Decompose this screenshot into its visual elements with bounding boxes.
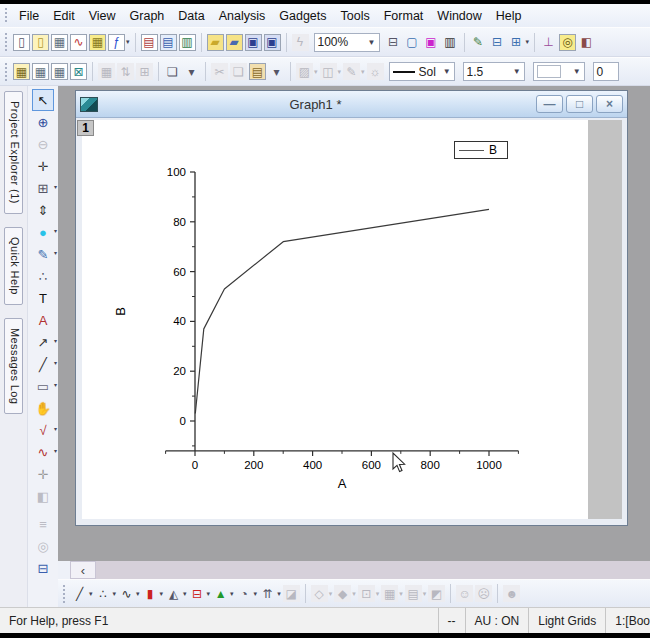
insert-graph-dropdown-icon[interactable]: ▾	[54, 447, 57, 454]
chevron-down-icon[interactable]: ▼	[509, 67, 521, 76]
save-template-icon[interactable]: ▣	[264, 34, 281, 51]
column-plot-icon[interactable]: ▮▾	[142, 585, 164, 602]
formula-tool-dropdown-icon[interactable]: ▾	[54, 425, 57, 432]
toolbar-grip[interactable]	[62, 584, 67, 603]
heatmap-plot-icon[interactable]: ▤▾	[405, 585, 427, 602]
text-tool-icon[interactable]: T	[32, 287, 54, 309]
multi-curve-plot-dropdown-icon[interactable]: ▾	[230, 590, 234, 598]
chevron-down-icon[interactable]: ▼	[364, 38, 376, 47]
scroll-left-button[interactable]: ‹	[70, 561, 96, 579]
menu-view[interactable]: View	[82, 6, 123, 26]
rectangle-tool-icon[interactable]: ▭▾	[32, 375, 54, 397]
tab-messages-log[interactable]: Messages Log	[4, 318, 23, 414]
3d-wireframe-dropdown-icon[interactable]: ▾	[376, 590, 380, 598]
arrow-tool-dropdown-icon[interactable]: ▾	[54, 337, 57, 344]
rectangle-tool-dropdown-icon[interactable]: ▾	[54, 381, 57, 388]
pattern-dropdown-icon[interactable]: ▾	[338, 68, 342, 76]
spiral-icon[interactable]: ◎	[32, 535, 54, 557]
copy-icon[interactable]: ❏	[230, 63, 247, 80]
menu-file[interactable]: File	[12, 6, 46, 26]
formula-tool-icon[interactable]: √▾	[32, 419, 54, 441]
tab-quick-help[interactable]: Quick Help	[4, 227, 23, 305]
menu-format[interactable]: Format	[377, 6, 431, 26]
graph-window-icon[interactable]	[80, 97, 98, 112]
graph-page[interactable]: 02004006008001000020406080100AB B	[82, 120, 588, 519]
area-plot-icon[interactable]: ◭▾	[165, 585, 187, 602]
line-tool-icon[interactable]: ╱▾	[32, 353, 54, 375]
pointer-tool-icon[interactable]: ↖	[32, 89, 54, 111]
vector-plot-icon[interactable]: ⇈▾	[259, 585, 281, 602]
status-active-book[interactable]: 1:[Boo	[605, 608, 650, 633]
contour-plot-icon[interactable]: ▦▾	[381, 585, 403, 602]
toolbar-overflow-icon[interactable]: ▾	[183, 63, 200, 80]
screen-reader-icon[interactable]: ✛	[32, 155, 54, 177]
slideshow-icon[interactable]: ▢	[404, 34, 421, 51]
zoom-combo[interactable]: 100% ▼	[314, 33, 380, 52]
paste-icon[interactable]: ▤	[249, 63, 266, 80]
sort-icon[interactable]: ⇅	[117, 63, 134, 80]
draw-data-icon[interactable]: ✎▾	[32, 243, 54, 265]
rotate-3d-icon[interactable]: ◧	[32, 485, 54, 507]
import-wizard-icon[interactable]: ▦	[13, 63, 30, 80]
graph-window-titlebar[interactable]: Graph1 * — □ ×	[76, 91, 627, 118]
3d-scatter-dropdown-icon[interactable]: ▾	[329, 590, 333, 598]
polar-plot-dropdown-icon[interactable]: ▾	[254, 590, 258, 598]
mask-tool-icon[interactable]: ●▾	[32, 221, 54, 243]
scatter-plot-icon[interactable]: ∴▾	[95, 585, 117, 602]
3d-wireframe-icon[interactable]: ⊡▾	[358, 585, 380, 602]
menu-tools[interactable]: Tools	[334, 6, 377, 26]
line-color-icon[interactable]: ✎▾	[343, 63, 365, 80]
insert-graph-icon[interactable]: ∿▾	[32, 441, 54, 463]
split-workspace-icon[interactable]: ⊟	[489, 34, 506, 51]
mask-points-icon[interactable]: ☺	[456, 585, 473, 602]
pan-tool-icon[interactable]: ✋	[32, 397, 54, 419]
reimport-icon[interactable]: ⊠	[70, 63, 87, 80]
data-selector-icon[interactable]: ⇕	[32, 199, 54, 221]
cluster-tool-icon[interactable]: ∴	[32, 265, 54, 287]
border-width-combo[interactable]: 0	[593, 62, 619, 81]
menu-help[interactable]: Help	[489, 6, 529, 26]
template-3d-icon[interactable]: ◪	[283, 585, 300, 602]
film-strip-icon[interactable]: ▥	[442, 34, 459, 51]
pan-axes-icon[interactable]: ✛	[32, 463, 54, 485]
multi-curve-plot-icon[interactable]: ▲▾	[212, 585, 234, 602]
script-runner-icon[interactable]: ϟ	[292, 34, 309, 51]
menu-gadgets[interactable]: Gadgets	[272, 6, 333, 26]
polar-plot-icon[interactable]: ◔▾	[236, 585, 258, 602]
status-theme[interactable]: Light Grids	[528, 608, 605, 633]
toolbar-overflow-icon[interactable]: ▾	[268, 63, 285, 80]
line-color-dropdown-icon[interactable]: ▾	[361, 68, 365, 76]
open-template-icon[interactable]: ▰	[226, 34, 243, 51]
new-graph-icon[interactable]: ∿	[70, 34, 87, 51]
new-sheet-icon[interactable]: ▦	[98, 63, 115, 80]
import-multiple-ascii-icon[interactable]: ▦	[51, 63, 68, 80]
mask-color-icon[interactable]: ☻	[503, 585, 520, 602]
arrange-windows-icon[interactable]: ⊞▾	[508, 34, 530, 51]
draw-data-dropdown-icon[interactable]: ▾	[54, 249, 57, 256]
video-capture-icon[interactable]: ▣	[423, 34, 440, 51]
import-ascii-icon[interactable]: ▦	[32, 63, 49, 80]
regional-zoom-icon[interactable]: ⊞▾	[32, 177, 54, 199]
area-plot-dropdown-icon[interactable]: ▾	[183, 590, 187, 598]
screen-capture-icon[interactable]: ◧	[578, 34, 595, 51]
legend-box[interactable]: B	[454, 141, 508, 159]
vector-plot-dropdown-icon[interactable]: ▾	[277, 590, 281, 598]
3d-surface-dropdown-icon[interactable]: ▾	[352, 590, 356, 598]
layer-contents-icon[interactable]: ⊟	[32, 557, 54, 579]
zoom-in-tool-icon[interactable]: ⊕	[32, 111, 54, 133]
line-tool-dropdown-icon[interactable]: ▾	[54, 359, 57, 366]
column-plot-dropdown-icon[interactable]: ▾	[160, 590, 164, 598]
new-folder-icon[interactable]: ▯	[32, 34, 49, 51]
new-excel-icon[interactable]: ▥	[179, 34, 196, 51]
line-plot-icon[interactable]: ╱▾	[71, 585, 93, 602]
unmask-points-icon[interactable]: ☹	[475, 585, 492, 602]
new-matrix-icon[interactable]: ▦	[89, 34, 106, 51]
scrollbar-track[interactable]	[96, 561, 650, 579]
menu-window[interactable]: Window	[430, 6, 488, 26]
annotation-tool-icon[interactable]: A	[32, 309, 54, 331]
regional-zoom-dropdown-icon[interactable]: ▾	[54, 183, 57, 190]
new-layout-icon[interactable]: ▤	[141, 34, 158, 51]
heatmap-plot-dropdown-icon[interactable]: ▾	[423, 590, 427, 598]
cut-icon[interactable]: ✂	[211, 63, 228, 80]
save-icon[interactable]: ▣	[245, 34, 262, 51]
